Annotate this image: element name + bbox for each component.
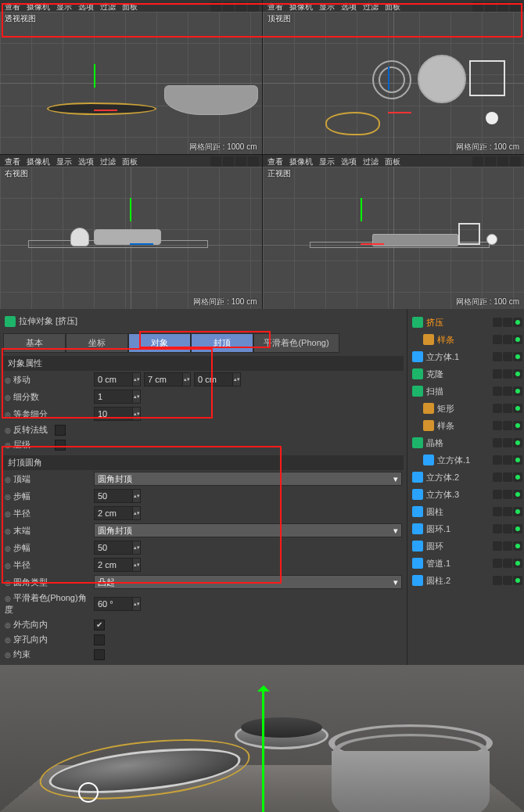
vp-nav-icon[interactable] (485, 2, 496, 13)
spinner-icon[interactable]: ▴▾ (132, 373, 140, 386)
vis-dot[interactable] (493, 507, 502, 516)
tree-item[interactable]: 矩形 (407, 400, 524, 417)
tab-caps[interactable]: 封顶 (191, 333, 253, 353)
tree-item[interactable]: 圆柱.2 (407, 572, 524, 589)
vis-dot[interactable] (503, 318, 512, 327)
vis-dot[interactable] (503, 455, 512, 465)
viewport-canvas[interactable] (263, 167, 525, 309)
tree-item[interactable]: 克隆 (407, 365, 524, 383)
tree-item[interactable]: 立方体.1 (407, 348, 524, 365)
tree-item[interactable]: 管道.1 (407, 555, 524, 572)
move-x-input[interactable]: ▴▾ (94, 372, 141, 386)
vp-menu-item[interactable]: 过滤 (100, 156, 116, 167)
vis-dot[interactable] (493, 438, 502, 447)
enable-dot[interactable] (513, 507, 522, 516)
vis-dot[interactable] (503, 472, 512, 482)
tree-item[interactable]: 立方体.3 (407, 486, 524, 503)
enable-dot[interactable] (513, 490, 522, 499)
radius2-input[interactable]: ▴▾ (94, 558, 141, 572)
tree-item[interactable]: 圆环 (407, 537, 524, 555)
enable-dot[interactable] (513, 541, 522, 551)
vis-dot[interactable] (503, 490, 512, 499)
tab-basic[interactable]: 基本 (3, 333, 66, 353)
iso-input[interactable]: ▴▾ (94, 407, 141, 421)
constrain-checkbox[interactable] (94, 649, 105, 660)
vis-dot[interactable] (493, 490, 502, 499)
enable-dot[interactable] (513, 421, 522, 430)
tree-item[interactable]: 立方体.1 (407, 451, 524, 469)
radius-input[interactable]: ▴▾ (94, 506, 141, 520)
vis-dot[interactable] (493, 472, 502, 482)
steps2-field[interactable] (95, 543, 132, 552)
vis-dot[interactable] (493, 524, 502, 534)
fillet-type-dropdown[interactable]: 凸起▾ (94, 575, 402, 589)
steps2-input[interactable]: ▴▾ (94, 541, 141, 555)
vp-nav-icon[interactable] (223, 156, 234, 167)
vp-menu-item[interactable]: 选项 (78, 2, 94, 13)
vp-menu-item[interactable]: 显示 (319, 156, 335, 167)
vp-nav-icon[interactable] (497, 2, 508, 13)
vis-dot[interactable] (493, 352, 502, 361)
subdiv-field[interactable] (95, 392, 132, 401)
vis-dot[interactable] (503, 352, 512, 361)
flip-checkbox[interactable] (55, 425, 66, 436)
steps-field[interactable] (95, 491, 132, 501)
viewport-front[interactable]: 查看 摄像机 显示 选项 过滤 面板 正视图 网格间距 : 100 cm (263, 155, 525, 309)
tree-item[interactable]: 晶格 (407, 434, 524, 451)
vp-nav-icon[interactable] (472, 156, 483, 167)
vp-menu-item[interactable]: 查看 (5, 2, 20, 13)
tree-item[interactable]: 挤压 (407, 314, 524, 331)
start-dropdown[interactable]: 圆角封顶▾ (94, 472, 402, 486)
tab-object[interactable]: 对象 (128, 333, 191, 353)
phong-angle-field[interactable] (95, 599, 132, 609)
vp-menu-item[interactable]: 摄像机 (289, 156, 313, 167)
end-dropdown[interactable]: 圆角封顶▾ (94, 523, 402, 537)
preview-viewport[interactable] (0, 665, 524, 812)
vis-dot[interactable] (493, 421, 502, 430)
viewport-right[interactable]: 查看 摄像机 显示 选项 过滤 面板 右视图 网格间距 : 100 cm (0, 155, 262, 309)
vp-menu-item[interactable]: 过滤 (100, 2, 116, 13)
vp-menu-item[interactable]: 显示 (56, 156, 72, 167)
vis-dot[interactable] (493, 576, 502, 585)
vis-dot[interactable] (503, 386, 512, 396)
vp-nav-icon[interactable] (485, 156, 496, 167)
vis-dot[interactable] (503, 335, 512, 344)
radius2-field[interactable] (95, 560, 132, 569)
hier-checkbox[interactable] (55, 440, 66, 451)
tab-phong[interactable]: 平滑着色(Phong) (253, 333, 339, 353)
vp-menu-item[interactable]: 显示 (56, 2, 72, 13)
vp-menu-item[interactable]: 显示 (319, 2, 335, 13)
enable-dot[interactable] (513, 559, 522, 568)
tree-item[interactable]: 圆柱 (407, 503, 524, 520)
iso-field[interactable] (95, 409, 132, 419)
subdiv-input[interactable]: ▴▾ (94, 390, 141, 404)
enable-dot[interactable] (513, 404, 522, 413)
tree-item[interactable]: 样条 (407, 417, 524, 434)
vp-menu-item[interactable]: 面板 (385, 156, 400, 167)
steps-input[interactable]: ▴▾ (94, 489, 141, 503)
vis-dot[interactable] (493, 318, 502, 327)
vp-menu-item[interactable]: 面板 (385, 2, 400, 13)
viewport-top[interactable]: 查看 摄像机 显示 选项 过滤 面板 顶视图 网格间距 : 100 cm (263, 0, 525, 154)
vp-nav-icon[interactable] (497, 156, 508, 167)
vp-nav-icon[interactable] (210, 2, 221, 13)
vp-menu-item[interactable]: 查看 (267, 2, 283, 13)
hull-in-checkbox[interactable]: ✔ (94, 620, 105, 631)
move-y-field[interactable] (145, 375, 182, 384)
vp-nav-icon[interactable] (235, 156, 246, 167)
move-x-field[interactable] (95, 375, 132, 384)
vis-dot[interactable] (493, 369, 502, 379)
vis-dot[interactable] (493, 404, 502, 413)
vp-menu-item[interactable]: 选项 (341, 156, 357, 167)
vp-menu-item[interactable]: 摄像机 (289, 2, 313, 13)
vis-dot[interactable] (493, 455, 502, 465)
spinner-icon[interactable]: ▴▾ (132, 390, 140, 403)
vp-nav-icon[interactable] (472, 2, 483, 13)
vis-dot[interactable] (503, 576, 512, 585)
enable-dot[interactable] (513, 576, 522, 585)
hole-in-checkbox[interactable] (94, 634, 105, 645)
spinner-icon[interactable]: ▴▾ (132, 490, 140, 502)
vp-menu-item[interactable]: 查看 (5, 156, 20, 167)
tree-item[interactable]: 样条 (407, 331, 524, 348)
vis-dot[interactable] (493, 541, 502, 551)
